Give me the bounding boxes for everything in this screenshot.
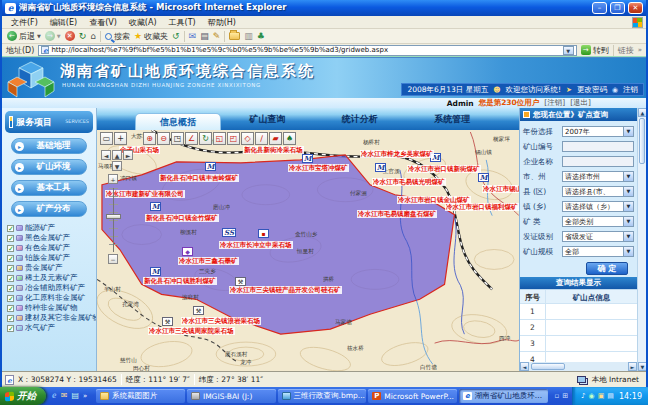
scrollbar-thumb[interactable] (531, 363, 565, 370)
chevron-down-icon[interactable]: ▼ (623, 172, 633, 181)
checkbox-checked-icon[interactable]: ✓ (7, 315, 14, 322)
exit-link[interactable]: [退出] (570, 98, 591, 108)
checkbox-checked-icon[interactable]: ✓ (7, 225, 14, 232)
print-button[interactable]: ▤ (200, 31, 209, 41)
chevron-down-icon[interactable]: ▼ (623, 247, 633, 256)
quarry-marker[interactable]: SS (222, 228, 236, 237)
quick-launch-more-icon[interactable]: » (83, 391, 87, 401)
mineral-item[interactable]: ✓能源矿产 (2, 223, 96, 233)
eraser-button[interactable]: ▰ (269, 132, 282, 145)
county-select[interactable]: 请选择县(市、▼ (562, 186, 634, 197)
chevron-down-icon[interactable]: ▼ (623, 202, 633, 211)
mineral-item[interactable]: ✓水气矿产 (2, 323, 96, 333)
back-button[interactable]: ← 后退 ▼ (7, 31, 41, 42)
horizontal-scrollbar[interactable]: ◄ ► (520, 362, 637, 371)
mine-label[interactable]: 冷水江市宝塔冲煤矿 (288, 164, 349, 172)
mine-marker[interactable]: M (150, 267, 161, 276)
zoom-slider-handle[interactable] (106, 214, 121, 219)
menu-edit[interactable]: 编辑(E) (44, 17, 83, 28)
add-tool-button[interactable]: + (114, 132, 127, 145)
sidebar-section-mineral-distribution[interactable]: ▸ 矿产分布 (11, 201, 87, 217)
mine-marker[interactable]: M (478, 173, 489, 182)
year-select[interactable]: 2007年▼ (562, 126, 634, 137)
mineral-item[interactable]: ✓铂族金属矿产 (2, 253, 96, 263)
chevron-down-icon[interactable]: ▼ (623, 217, 633, 226)
graphite-marker[interactable]: ◆ (182, 247, 193, 256)
taskbar-item-powerpoint[interactable]: PMicrosoft PowerP... (368, 389, 457, 403)
sidebar-section-basic-geography[interactable]: ▸ 基础地理 (11, 138, 87, 154)
scrollbar-thumb[interactable] (639, 118, 645, 164)
address-dropdown-icon[interactable]: ▼ (563, 46, 574, 55)
pick-marker[interactable]: ⚒ (162, 317, 173, 326)
pick-marker[interactable]: ⚒ (193, 306, 204, 315)
measure-tool-button[interactable]: ∠ (185, 132, 198, 145)
tab-statistics[interactable]: 统计分析 (314, 113, 407, 130)
refresh-map-button[interactable]: ↻ (199, 132, 212, 145)
home-button[interactable]: ⌂ (90, 31, 96, 41)
tab-mine-query[interactable]: 矿山查询 (221, 113, 314, 130)
select-rect-button[interactable]: ◱ (213, 132, 226, 145)
chevron-down-icon[interactable]: ▼ (623, 232, 633, 241)
mine-marker[interactable]: M (375, 163, 386, 172)
mineral-item[interactable]: ✓冶金辅助原料矿产 (2, 283, 96, 293)
pan-up-button[interactable]: ▲ (112, 150, 122, 160)
table-row[interactable]: 1 (520, 304, 637, 320)
vertical-scrollbar[interactable]: ▲ ▼ (637, 108, 646, 371)
folder-button[interactable] (229, 32, 240, 40)
forward-button[interactable]: → ▼ (45, 31, 61, 41)
mine-id-field[interactable] (562, 141, 634, 152)
tab-system-admin[interactable]: 系统管理 (406, 113, 499, 130)
checkbox-checked-icon[interactable]: ✓ (7, 255, 14, 262)
mineral-item[interactable]: ✓黑色金属矿产 (2, 233, 96, 243)
draw-line-button[interactable]: ∕ (255, 132, 268, 145)
table-row[interactable]: 2 (520, 320, 637, 336)
tray-network-icon[interactable]: ◉ (589, 392, 595, 400)
quick-launch-ie-icon[interactable]: ℯ (52, 391, 57, 401)
discuss-button[interactable]: ▥ (244, 31, 253, 41)
messenger-button[interactable]: ♣ (257, 31, 265, 41)
zoom-selection-button[interactable]: ◇ (241, 132, 254, 145)
tab-info-overview[interactable]: 信息概括 (135, 113, 221, 130)
taskbar-clock[interactable]: 14:19 (619, 392, 642, 401)
maximize-button[interactable]: ❐ (610, 2, 625, 14)
zoom-slider-minus-button[interactable]: − (108, 254, 118, 264)
mine-label[interactable]: 冷水江市毛易镇磨盘石煤矿 (357, 210, 437, 218)
checkbox-checked-icon[interactable]: ✓ (7, 265, 14, 272)
grid-tray-icon[interactable]: ⊞ (562, 392, 568, 400)
license-level-select[interactable]: 省级发证▼ (562, 231, 634, 242)
sidebar-section-basic-tools[interactable]: ▸ 基本工具 (11, 180, 87, 196)
menu-help[interactable]: 帮助(H) (202, 17, 242, 28)
checkbox-checked-icon[interactable]: ✓ (7, 325, 14, 332)
taskbar-item-ie-active[interactable]: e湖南省矿山地质环... (459, 389, 548, 403)
forward-dropdown-icon[interactable]: ▼ (57, 31, 61, 41)
city-select[interactable]: 请选择市州▼ (562, 171, 634, 182)
address-input[interactable]: e http://localhost/%e7%9f%bf%e5%b1%b1%e5… (38, 45, 576, 56)
company-name-field[interactable] (562, 156, 634, 167)
select-tool-button[interactable]: ▭ (100, 132, 113, 145)
clear-selection-button[interactable]: ◰ (227, 132, 240, 145)
pan-right-button[interactable]: ► (123, 150, 133, 160)
pan-left-button[interactable]: ◄ (101, 150, 111, 160)
tray-volume-icon[interactable]: ♪ (581, 392, 585, 400)
mine-label[interactable]: 冷水江市岩口镇福利煤矿 (445, 203, 519, 211)
scroll-left-icon[interactable]: ◄ (520, 362, 529, 371)
sidebar-section-mine-environment[interactable]: ▸ 矿山环境 (11, 159, 87, 175)
quick-launch-desktop-icon[interactable]: ▤ (71, 391, 79, 401)
menu-favorites[interactable]: 收藏(A) (123, 17, 163, 28)
start-button[interactable]: 开始 (0, 387, 46, 405)
mineral-item[interactable]: ✓化工原料非金属矿 (2, 293, 96, 303)
chevron-down-icon[interactable]: ▼ (623, 187, 633, 196)
town-select[interactable]: 请选择镇（乡）▼ (562, 201, 634, 212)
mine-marker[interactable]: M (302, 154, 313, 163)
legend-tree-button[interactable]: ♠ (283, 132, 296, 145)
mine-label[interactable]: 冷水江市长冲立中采石场 (219, 241, 293, 249)
stone-pit-marker[interactable]: ▪ (258, 229, 269, 238)
mineral-item[interactable]: ✓有色金属矿产 (2, 243, 96, 253)
chevron-down-icon[interactable]: ▼ (623, 127, 633, 136)
search-button[interactable]: 搜索 (105, 31, 130, 42)
mine-label[interactable]: 新化县新街冷采石场 (243, 146, 304, 154)
checkbox-checked-icon[interactable]: ✓ (7, 295, 14, 302)
menu-view[interactable]: 查看(V) (83, 17, 123, 28)
pick-marker[interactable]: ⚒ (235, 277, 246, 286)
table-row[interactable]: 4 (520, 352, 637, 362)
